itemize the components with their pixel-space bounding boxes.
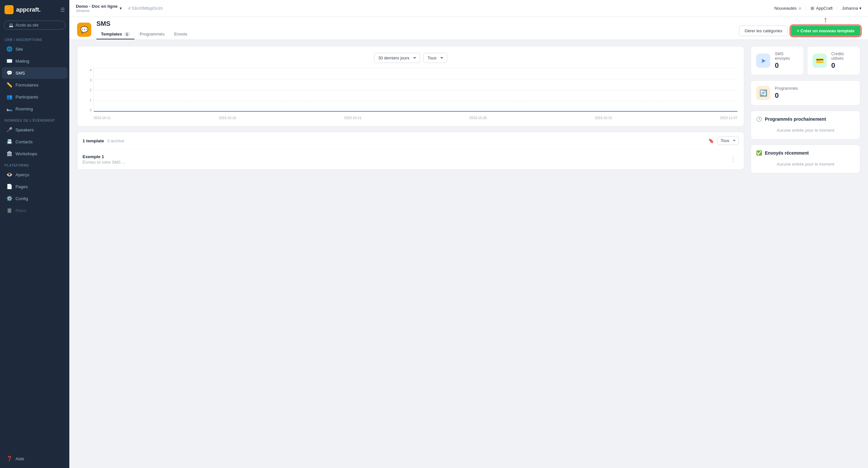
content-area: 30 derniers jours Tous 4 3 2 1 0 (69, 40, 868, 468)
chart-filters: 30 derniers jours Tous (84, 53, 737, 63)
sms-envoyes-value: 0 (775, 61, 798, 70)
sidebar-item-sms[interactable]: 💬 SMS (2, 67, 67, 79)
site-icon: 🌐 (6, 46, 12, 52)
menu-toggle-icon[interactable]: ☰ (60, 7, 65, 13)
envoyes-recemment-card: ✅ Envoyés récemment Aucune entrée pour l… (751, 145, 860, 173)
page-header-actions: Gérer les catégories ↑ + Créer un nouvea… (739, 26, 860, 36)
credits-icon: 💳 (812, 54, 827, 68)
access-site-button[interactable]: 💻 Accès au site (4, 21, 65, 30)
sidebar-item-formulaires[interactable]: ✏️ Formulaires (2, 79, 67, 91)
project-selector[interactable]: Demo - Doc en ligne Johanna ▾ (76, 4, 122, 12)
y-label-3: 3 (84, 78, 92, 82)
envoyes-recemment-title: ✅ Envoyés récemment (756, 150, 855, 156)
workshops-icon: 🏛️ (6, 151, 12, 156)
sidebar-bottom: ❓ Aide (0, 449, 69, 468)
sms-icon: 💬 (6, 70, 12, 76)
topbar: Demo - Doc en ligne Johanna ▾ # 53nX0Mbj… (69, 0, 868, 17)
sms-envoyes-data: SMS envoyés 0 (775, 52, 798, 70)
project-arrow-icon: ▾ (120, 6, 122, 11)
period-filter-select[interactable]: 30 derniers jours (374, 53, 420, 63)
sidebar: 🟠 appcraft. ☰ 💻 Accès au site CRM / INSC… (0, 0, 69, 468)
sidebar-section-event: DONNÉES DE L'ÉVÉNEMENT 🎤 Speakers 📇 Cont… (0, 115, 69, 160)
programmes-prochainement-empty: Aucune entrée pour le moment (756, 125, 855, 134)
chart-card: 30 derniers jours Tous 4 3 2 1 0 (77, 46, 744, 126)
page-header-content: SMS Templates 1 Programmés Envois (96, 20, 734, 39)
user-arrow-icon: ▾ (859, 6, 862, 11)
template-filter-select[interactable]: Tous (717, 137, 739, 145)
x-label-0: 2023-10-11 (94, 116, 111, 120)
template-info: Exemple 1 Écrivez ici votre SMS ... (83, 154, 728, 165)
x-label-1: 2023-10-16 (219, 116, 236, 120)
sidebar-section-plateforme: PLATEFORME 👁️ Aperçu 📄 Pages ⚙️ Config 📋… (0, 160, 69, 216)
project-hash: # 53nX0MbjqlOo1h (128, 6, 163, 11)
logo[interactable]: 🟠 appcraft. (4, 5, 41, 14)
speakers-icon: 🎤 (6, 127, 12, 133)
sidebar-item-aide[interactable]: ❓ Aide (2, 453, 67, 464)
pages-icon: 📄 (6, 184, 12, 189)
tab-envois[interactable]: Envois (169, 29, 192, 39)
rooming-icon: 🛏️ (6, 106, 12, 112)
sidebar-item-mailing[interactable]: ✉️ Mailing (2, 55, 67, 67)
page-tabs: Templates 1 Programmés Envois (96, 29, 734, 39)
sidebar-item-plans[interactable]: 📋 Plans (2, 205, 67, 216)
access-icon: 💻 (9, 23, 13, 27)
x-label-3: 2023-10-26 (469, 116, 487, 120)
template-count: 1 template (83, 139, 104, 143)
tab-templates[interactable]: Templates 1 (96, 29, 134, 39)
aide-icon: ❓ (6, 456, 12, 462)
table-row: Exemple 1 Écrivez ici votre SMS ... ⋮ (78, 150, 744, 170)
sidebar-item-config[interactable]: ⚙️ Config (2, 193, 67, 204)
sidebar-item-pages[interactable]: 📄 Pages (2, 181, 67, 193)
nouveautes-dot (799, 7, 801, 10)
sidebar-section-crm: CRM / INSCRIPTIONS 🌐 Site ✉️ Mailing 💬 S… (0, 34, 69, 115)
gridline-4 (94, 68, 737, 68)
sidebar-item-speakers[interactable]: 🎤 Speakers (2, 124, 67, 136)
project-sub: Johanna (76, 9, 118, 12)
programmes-prochainement-title: 🕐 Programmés prochainement (756, 116, 855, 122)
template-name: Exemple 1 (83, 154, 728, 159)
programmes-label: Programmés (775, 86, 798, 91)
mailing-icon: ✉️ (6, 58, 12, 64)
create-btn-wrapper: ↑ + Créer un nouveau template (791, 26, 860, 36)
sidebar-section-label-crm: CRM / INSCRIPTIONS (0, 34, 69, 43)
category-filter-select[interactable]: Tous (423, 53, 447, 63)
appcraft-button[interactable]: ⊞ AppCraft (806, 6, 833, 11)
credits-value: 0 (831, 61, 855, 70)
user-menu[interactable]: Johanna ▾ (837, 6, 862, 11)
template-list-header: 1 template 0 archivé 🔖 Tous (78, 132, 744, 150)
manage-categories-button[interactable]: Gérer les catégories (739, 26, 788, 36)
gridline-2 (94, 90, 737, 90)
logo-icon: 🟠 (4, 5, 13, 14)
sidebar-item-workshops[interactable]: 🏛️ Workshops (2, 148, 67, 159)
chart-y-axis: 4 3 2 1 0 (84, 68, 92, 112)
template-list-card: 1 template 0 archivé 🔖 Tous Exemple 1 Éc… (77, 132, 744, 170)
sms-envoyes-label: SMS envoyés (775, 52, 798, 61)
create-template-button[interactable]: + Créer un nouveau template (791, 26, 860, 36)
sidebar-item-contacts[interactable]: 📇 Contacts (2, 136, 67, 147)
bookmark-icon: 🔖 (708, 138, 714, 143)
plans-icon: 📋 (6, 208, 12, 213)
appcraft-grid-icon: ⊞ (811, 6, 814, 11)
stat-card-sms-envoyes: ➤ SMS envoyés 0 (751, 46, 804, 75)
sidebar-logo: 🟠 appcraft. ☰ (0, 0, 69, 19)
stats-grid: ➤ SMS envoyés 0 💳 Crédits utilisés 0 (751, 46, 860, 75)
sidebar-item-participants[interactable]: 👥 Participants (2, 91, 67, 103)
apercu-icon: 👁️ (6, 172, 12, 177)
sidebar-item-rooming[interactable]: 🛏️ Rooming (2, 103, 67, 115)
programmes-icon: 🔄 (756, 86, 770, 100)
sms-envoyes-icon: ➤ (756, 54, 770, 68)
y-label-4: 4 (84, 68, 92, 72)
sidebar-item-apercu[interactable]: 👁️ Aperçu (2, 169, 67, 180)
sidebar-item-site[interactable]: 🌐 Site (2, 43, 67, 55)
tab-programmes[interactable]: Programmés (135, 29, 169, 39)
red-arrow-annotation: ↑ (824, 16, 828, 25)
chart-plot (94, 68, 737, 112)
chart-data-line (94, 111, 737, 112)
template-archived: 0 archivé (107, 139, 124, 143)
programmes-data: Programmés 0 (775, 86, 798, 100)
stat-card-credits: 💳 Crédits utilisés 0 (807, 46, 860, 75)
sidebar-section-label-event: DONNÉES DE L'ÉVÉNEMENT (0, 115, 69, 124)
nouveautes-button[interactable]: Nouveautés (774, 6, 801, 11)
y-label-0: 0 (84, 108, 92, 112)
template-menu-button[interactable]: ⋮ (728, 155, 739, 164)
